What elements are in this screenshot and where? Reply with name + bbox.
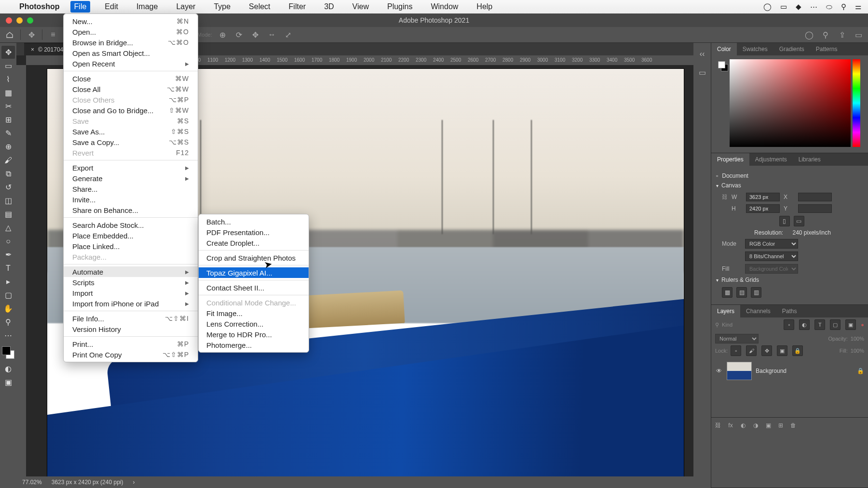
hand-tool[interactable]: ✋ (1, 302, 15, 315)
lock-transparency-icon[interactable]: ▫ (731, 345, 741, 356)
color-picker[interactable] (716, 59, 863, 149)
menu-type[interactable]: Type (210, 1, 234, 13)
orientation-landscape-button[interactable]: ▭ (794, 216, 804, 226)
menu-extra-icon[interactable]: ⋯ (810, 2, 817, 11)
layer-row[interactable]: 👁 Background 🔒 (711, 359, 868, 383)
depth-select[interactable]: 8 Bits/Channel (745, 251, 798, 261)
tab-color[interactable]: Color (711, 43, 737, 55)
filter-type-icon[interactable]: T (814, 319, 825, 330)
menu-item-place-linked[interactable]: Place Linked... (64, 241, 198, 251)
clone-tool[interactable]: ⧉ (1, 167, 15, 180)
close-window-button[interactable] (6, 17, 12, 24)
submenu-item-photomerge[interactable]: Photomerge... (199, 340, 309, 350)
menu-item-save-a-copy[interactable]: Save a Copy...⌥⌘S (64, 137, 198, 147)
menu-item-place-embedded[interactable]: Place Embedded... (64, 230, 198, 241)
control-center-icon[interactable]: ⚌ (855, 2, 861, 11)
mode-select[interactable]: RGB Color (745, 239, 798, 249)
submenu-item-lens-correction[interactable]: Lens Correction... (199, 318, 309, 329)
layer-name[interactable]: Background (756, 368, 787, 374)
tab-channels[interactable]: Channels (740, 305, 776, 317)
home-icon[interactable] (4, 29, 15, 40)
menu-item-scripts[interactable]: Scripts▶ (64, 277, 198, 288)
menu-item-import-from-iphone-or-ipad[interactable]: Import from iPhone or iPad▶ (64, 298, 198, 309)
fill-select[interactable]: Background Color (745, 264, 798, 274)
shape-tool[interactable]: ▢ (1, 289, 15, 302)
menu-edit[interactable]: Edit (101, 1, 122, 13)
ruler-vertical[interactable] (16, 65, 26, 476)
tab-adjustments[interactable]: Adjustments (749, 153, 793, 166)
menu-item-search-adobe-stock[interactable]: Search Adobe Stock... (64, 220, 198, 230)
width-field[interactable] (746, 193, 780, 201)
gradient-tool[interactable]: ▤ (1, 208, 15, 221)
opacity-value[interactable]: 100% (851, 336, 864, 342)
submenu-item-contact-sheet-ii[interactable]: Contact Sheet II... (199, 282, 309, 293)
fill-opacity-value[interactable]: 100% (851, 348, 864, 354)
path-select-tool[interactable]: ▸ (1, 275, 15, 288)
link-layers-icon[interactable]: ⛓ (713, 421, 723, 430)
menu-item-share-on-behance[interactable]: Share on Behance... (64, 205, 198, 215)
y-field[interactable] (798, 204, 832, 213)
dodge-tool[interactable]: ○ (1, 235, 15, 248)
type-tool[interactable]: T (1, 262, 15, 275)
menu-item-open-as-smart-object[interactable]: Open as Smart Object... (64, 48, 198, 58)
menu-item-import[interactable]: Import▶ (64, 288, 198, 298)
delete-layer-icon[interactable]: 🗑 (788, 421, 798, 430)
rulers-section-header[interactable]: ▾Rulers & Grids (716, 277, 863, 283)
menu-item-browse-in-bridge[interactable]: Browse in Bridge...⌥⌘O (64, 37, 198, 48)
submenu-item-create-droplet[interactable]: Create Droplet... (199, 237, 309, 248)
minimize-window-button[interactable] (16, 17, 23, 24)
visibility-icon[interactable]: 👁 (715, 368, 723, 374)
menu-item-file-info[interactable]: File Info...⌥⇧⌘I (64, 313, 198, 324)
share-icon[interactable]: ⇪ (836, 29, 848, 40)
submenu-item-pdf-presentation[interactable]: PDF Presentation... (199, 227, 309, 237)
zoom-window-button[interactable] (27, 17, 33, 24)
eraser-tool[interactable]: ◫ (1, 194, 15, 207)
workspace-icon[interactable]: ▭ (853, 29, 864, 40)
lock-all-icon[interactable]: 🔒 (792, 345, 803, 356)
blend-mode-select[interactable]: Normal (715, 334, 759, 343)
layer-mask-icon[interactable]: ◐ (738, 421, 748, 430)
cloud-docs-icon[interactable]: ◯ (803, 29, 815, 40)
menu-item-new[interactable]: New...⌘N (64, 16, 198, 26)
move-tool[interactable]: ✥ (1, 46, 15, 59)
history-brush-tool[interactable]: ↺ (1, 181, 15, 194)
menu-item-print[interactable]: Print...⌘P (64, 339, 198, 349)
menu-item-invite[interactable]: Invite... (64, 194, 198, 205)
menu-item-save-as[interactable]: Save As...⇧⌘S (64, 126, 198, 137)
menu-item-open-recent[interactable]: Open Recent▶ (64, 58, 198, 69)
menu-item-close-and-go-to-bridge[interactable]: Close and Go to Bridge...⇧⌘W (64, 105, 198, 116)
battery-icon[interactable]: ▭ (780, 2, 787, 11)
tab-gradients[interactable]: Gradients (773, 43, 810, 55)
lasso-tool[interactable]: ⌇ (1, 73, 15, 86)
blur-tool[interactable]: △ (1, 221, 15, 234)
link-wh-icon[interactable]: ⛓ (722, 194, 728, 200)
menu-image[interactable]: Image (133, 1, 162, 13)
tab-libraries[interactable]: Libraries (793, 153, 827, 166)
menu-select[interactable]: Select (245, 1, 274, 13)
lock-artboard-icon[interactable]: ▣ (777, 345, 787, 356)
tab-layers[interactable]: Layers (711, 305, 740, 317)
submenu-item-topaz-gigapixel-ai[interactable]: Topaz Gigapixel AI... (199, 267, 309, 278)
crop-tool[interactable]: ✂ (1, 100, 15, 113)
filter-smart-icon[interactable]: ▣ (845, 319, 856, 330)
menu-file[interactable]: File (70, 1, 91, 13)
search-icon[interactable]: ⚲ (820, 29, 831, 40)
lock-pixels-icon[interactable]: 🖌 (746, 345, 757, 356)
menu-item-share[interactable]: Share... (64, 184, 198, 194)
submenu-item-crop-and-straighten-photos[interactable]: Crop and Straighten Photos (199, 252, 309, 263)
3d-pan-icon[interactable]: ✥ (250, 29, 261, 40)
filter-kind-icon[interactable]: ⚲ (715, 322, 719, 328)
filter-adjust-icon[interactable]: ◐ (799, 319, 810, 330)
layer-fx-icon[interactable]: fx (726, 421, 735, 430)
menu-help[interactable]: Help (473, 1, 496, 13)
guides-button[interactable]: ▥ (751, 287, 761, 298)
edit-toolbar[interactable]: ⋯ (1, 329, 15, 342)
align-left-icon[interactable]: ≡ (47, 29, 59, 40)
orientation-portrait-button[interactable]: ▯ (779, 216, 790, 226)
lock-position-icon[interactable]: ✥ (761, 345, 772, 356)
object-select-tool[interactable]: ▦ (1, 86, 15, 99)
canvas-section-header[interactable]: ▾Canvas (716, 182, 863, 189)
rulers-button[interactable]: ▦ (722, 287, 732, 298)
submenu-item-merge-to-hdr-pro[interactable]: Merge to HDR Pro... (199, 329, 309, 340)
menu-item-version-history[interactable]: Version History (64, 324, 198, 334)
